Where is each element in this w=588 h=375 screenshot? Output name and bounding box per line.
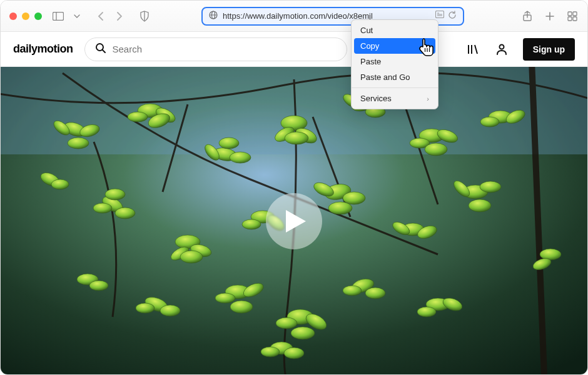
svg-rect-14 bbox=[573, 12, 577, 16]
context-menu-paste-and-go[interactable]: Paste and Go bbox=[352, 69, 438, 85]
svg-point-58 bbox=[180, 251, 203, 263]
video-player[interactable] bbox=[1, 67, 587, 375]
tab-overview-icon[interactable] bbox=[566, 10, 579, 22]
svg-rect-16 bbox=[573, 17, 577, 21]
site-header: dailymotion Sign up bbox=[1, 32, 587, 67]
svg-point-78 bbox=[215, 293, 235, 303]
context-menu-services[interactable]: Services› bbox=[352, 91, 438, 106]
svg-point-31 bbox=[128, 112, 148, 122]
address-bar-actions bbox=[435, 11, 457, 21]
svg-point-22 bbox=[499, 44, 504, 49]
brand-logo[interactable]: dailymotion bbox=[13, 42, 73, 56]
svg-point-98 bbox=[261, 347, 280, 357]
context-menu: Cut Copy Paste Paste and Go Services› bbox=[351, 19, 438, 109]
svg-point-54 bbox=[105, 189, 125, 200]
svg-point-82 bbox=[276, 318, 297, 329]
refresh-icon[interactable] bbox=[448, 11, 457, 21]
svg-point-40 bbox=[285, 132, 308, 144]
sidebar-toggle-icon[interactable] bbox=[52, 10, 64, 22]
window-controls bbox=[9, 12, 42, 20]
svg-point-85 bbox=[365, 288, 385, 299]
svg-point-28 bbox=[68, 138, 89, 149]
play-button[interactable] bbox=[266, 193, 322, 249]
account-icon[interactable] bbox=[494, 42, 509, 57]
svg-point-93 bbox=[51, 179, 69, 189]
svg-point-50 bbox=[480, 117, 499, 127]
context-menu-cut[interactable]: Cut bbox=[352, 22, 438, 38]
svg-rect-0 bbox=[53, 12, 64, 20]
library-icon[interactable] bbox=[465, 42, 480, 57]
browser-toolbar: https://www.dailymotion.com/video/x8emjl bbox=[1, 1, 587, 32]
context-menu-copy[interactable]: Copy bbox=[354, 38, 435, 54]
svg-point-47 bbox=[425, 143, 447, 156]
svg-point-36 bbox=[219, 138, 239, 149]
context-menu-separator bbox=[352, 88, 438, 88]
search-input[interactable] bbox=[113, 44, 337, 54]
svg-point-65 bbox=[328, 202, 352, 214]
svg-point-53 bbox=[93, 203, 112, 213]
svg-point-74 bbox=[160, 305, 180, 316]
svg-point-79 bbox=[230, 301, 253, 313]
svg-rect-15 bbox=[568, 17, 572, 21]
context-menu-paste[interactable]: Paste bbox=[352, 54, 438, 69]
forward-button[interactable] bbox=[113, 10, 126, 22]
search-field[interactable] bbox=[84, 38, 347, 61]
shield-icon[interactable] bbox=[138, 10, 151, 22]
svg-line-18 bbox=[103, 50, 105, 52]
search-icon bbox=[95, 42, 106, 56]
svg-point-89 bbox=[417, 307, 436, 317]
svg-point-61 bbox=[242, 219, 261, 229]
svg-point-52 bbox=[115, 208, 135, 219]
svg-point-86 bbox=[343, 286, 362, 296]
svg-line-21 bbox=[475, 45, 477, 54]
close-window-button[interactable] bbox=[9, 12, 17, 20]
share-icon[interactable] bbox=[521, 10, 534, 22]
svg-point-94 bbox=[540, 249, 561, 260]
svg-point-97 bbox=[284, 348, 304, 359]
back-button[interactable] bbox=[94, 10, 107, 22]
svg-point-34 bbox=[230, 152, 251, 163]
svg-point-83 bbox=[291, 327, 315, 339]
svg-rect-13 bbox=[568, 12, 572, 16]
dropdown-chevron-icon[interactable] bbox=[71, 10, 83, 22]
globe-icon bbox=[209, 11, 218, 21]
chevron-right-icon: › bbox=[427, 95, 429, 102]
svg-point-70 bbox=[480, 181, 501, 192]
minimize-window-button[interactable] bbox=[22, 12, 29, 20]
signup-button[interactable]: Sign up bbox=[523, 38, 575, 61]
svg-point-72 bbox=[469, 199, 491, 212]
new-tab-icon[interactable] bbox=[544, 10, 556, 22]
maximize-window-button[interactable] bbox=[34, 12, 42, 20]
svg-point-91 bbox=[89, 281, 108, 291]
svg-point-75 bbox=[136, 303, 155, 313]
